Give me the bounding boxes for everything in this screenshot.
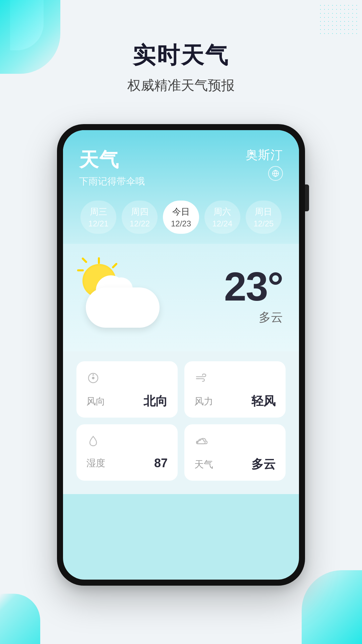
wind-dir-icon	[86, 371, 168, 388]
day-item-2[interactable]: 今日12/23	[163, 201, 199, 234]
day-date: 12/24	[207, 219, 238, 228]
wind-speed-label: 风力	[194, 395, 213, 408]
phone-frame: 天气 下雨记得带伞哦 奥斯汀	[57, 124, 305, 586]
location-name: 奥斯汀	[246, 147, 283, 163]
day-date: 12/22	[124, 219, 155, 228]
humidity-label: 湿度	[86, 457, 105, 470]
sun-ray	[77, 269, 84, 271]
day-name: 今日	[166, 206, 196, 218]
humidity-value: 87	[154, 456, 168, 470]
location-icon[interactable]	[268, 166, 283, 181]
wind-dir-value: 北向	[143, 393, 168, 410]
phone-screen: 天气 下雨记得带伞哦 奥斯汀	[63, 130, 299, 580]
weather-icon-sun-cloud	[79, 257, 166, 334]
page-title: 实时天气	[0, 40, 362, 71]
detail-row-weather: 天气 多云	[194, 456, 276, 473]
detail-grid: 风向 北向	[76, 361, 286, 481]
sun-ray	[98, 257, 100, 264]
weather-header: 天气 下雨记得带伞哦 奥斯汀	[63, 130, 299, 244]
detail-row-wind-speed: 风力 轻风	[194, 393, 276, 410]
temperature-display: 23°	[224, 266, 283, 307]
weather-temp-area: 23° 多云	[224, 266, 283, 326]
side-button	[305, 184, 309, 211]
detail-card-weather: 天气 多云	[184, 424, 286, 481]
weather-description: 多云	[224, 309, 283, 326]
weather-icon-area	[79, 257, 224, 334]
corner-decoration-br	[302, 570, 362, 644]
day-name: 周四	[124, 206, 155, 218]
day-name: 周六	[207, 206, 238, 218]
cloud-body	[86, 287, 160, 328]
weather-app-title: 天气	[79, 147, 145, 173]
svg-point-3	[93, 377, 94, 379]
corner-decoration-tr-dots	[318, 3, 359, 37]
day-name: 周三	[83, 206, 114, 218]
corner-decoration-bl	[0, 594, 40, 644]
weather-details: 风向 北向	[63, 351, 299, 494]
day-item-4[interactable]: 周日12/25	[246, 201, 282, 234]
wind-dir-label: 风向	[86, 395, 105, 408]
sun-ray	[112, 263, 118, 269]
page-subtitle: 权威精准天气预报	[0, 76, 362, 95]
weather-main: 23° 多云	[63, 244, 299, 351]
day-date: 12/25	[248, 219, 279, 228]
day-item-3[interactable]: 周六12/24	[204, 201, 240, 234]
sun-ray	[81, 257, 87, 263]
detail-card-humidity: 湿度 87	[76, 424, 178, 481]
day-item-0[interactable]: 周三12/21	[80, 201, 116, 234]
detail-card-wind-dir: 风向 北向	[76, 361, 178, 418]
page-header: 实时天气 权威精准天气预报	[0, 40, 362, 95]
weather-value: 多云	[251, 456, 276, 473]
weather-icon	[194, 434, 276, 451]
location-block: 奥斯汀	[246, 147, 283, 181]
day-item-1[interactable]: 周四12/22	[122, 201, 158, 234]
weather-tagline: 下雨记得带伞哦	[79, 175, 145, 188]
humidity-icon	[86, 434, 168, 451]
day-name: 周日	[248, 206, 279, 218]
wind-speed-value: 轻风	[251, 393, 276, 410]
phone-mockup: 天气 下雨记得带伞哦 奥斯汀	[57, 124, 305, 586]
detail-row-wind-dir: 风向 北向	[86, 393, 168, 410]
day-date: 12/21	[83, 219, 114, 228]
weather-label: 天气	[194, 458, 213, 471]
detail-row-humidity: 湿度 87	[86, 456, 168, 470]
day-selector: 周三12/21周四12/22今日12/23周六12/24周日12/25	[79, 201, 283, 234]
weather-title-block: 天气 下雨记得带伞哦	[79, 147, 145, 188]
detail-card-wind-speed: 风力 轻风	[184, 361, 286, 418]
day-date: 12/23	[166, 219, 196, 228]
wind-speed-icon	[194, 371, 276, 388]
